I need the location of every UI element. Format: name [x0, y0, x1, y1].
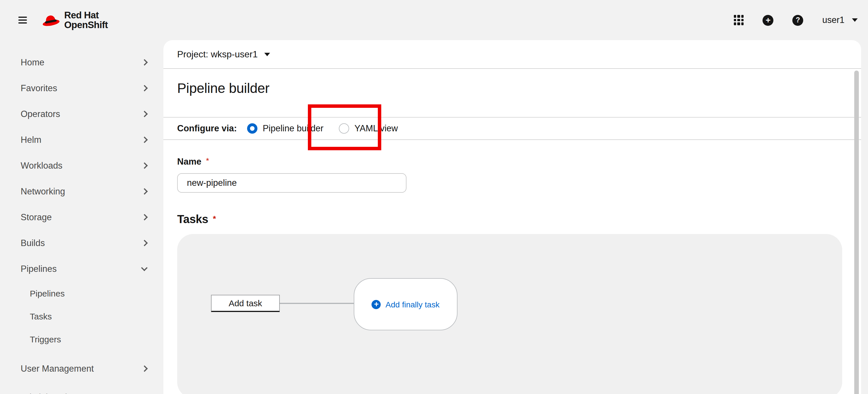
sidebar-item-user-management[interactable]: User Management [0, 356, 163, 382]
sidebar-subitem-label: Pipelines [30, 288, 65, 298]
caret-down-icon [264, 53, 270, 56]
pipeline-form: Name* Tasks* Add task + Add finally task [163, 140, 861, 394]
chevron-right-icon [141, 188, 147, 194]
sidebar-item-pipelines[interactable]: Pipelines [0, 256, 163, 281]
add-finally-task-node[interactable]: + Add finally task [354, 278, 458, 330]
chevron-right-icon [141, 240, 147, 246]
name-field-group: Name* [177, 156, 847, 193]
tasks-section-heading: Tasks* [177, 213, 847, 226]
help-icon[interactable]: ? [792, 14, 803, 26]
sidebar-item-operators[interactable]: Operators [0, 101, 163, 127]
logo-text-line1: Red Hat [64, 10, 108, 20]
sidebar-item-label: Administration [21, 392, 77, 394]
sidebar-item-label: Favorites [21, 83, 57, 93]
chevron-down-icon [141, 264, 147, 270]
sidebar-subitem-label: Triggers [30, 334, 61, 344]
sidebar-subitem-triggers[interactable]: Triggers [0, 328, 163, 351]
vertical-scrollbar[interactable] [854, 70, 859, 394]
openshift-console: Red Hat OpenShift + ? user1 Home Favorit… [0, 0, 868, 394]
name-label: Name [177, 157, 201, 166]
caret-down-icon [852, 18, 858, 22]
pipeline-name-input[interactable] [177, 173, 406, 193]
chevron-right-icon [141, 214, 147, 220]
configure-via-label: Configure via: [177, 123, 237, 133]
chevron-right-icon [141, 111, 147, 117]
radio-unselected-icon[interactable] [339, 123, 349, 133]
main-content-panel: Project: wksp-user1 Pipeline builder Con… [163, 40, 861, 394]
sidebar-item-networking[interactable]: Networking [0, 178, 163, 204]
add-task-node[interactable]: Add task [211, 295, 280, 312]
chevron-right-icon [141, 59, 147, 65]
redhat-openshift-logo: Red Hat OpenShift [41, 10, 108, 30]
nav-toggle-hamburger-icon[interactable] [18, 16, 27, 24]
masthead: Red Hat OpenShift + ? user1 [0, 0, 868, 40]
redhat-fedora-icon [41, 13, 61, 27]
sidebar-item-label: Networking [21, 186, 65, 196]
username: user1 [822, 15, 844, 25]
chevron-right-icon [141, 85, 147, 91]
sidebar-subitem-tasks[interactable]: Tasks [0, 305, 163, 328]
project-dropdown-label: Project: wksp-user1 [177, 49, 258, 59]
tasks-label: Tasks [177, 213, 208, 225]
sidebar-item-helm[interactable]: Helm [0, 127, 163, 153]
sidebar-item-label: Workloads [21, 160, 62, 171]
required-asterisk: * [213, 214, 216, 223]
sidebar-item-label: User Management [21, 363, 94, 374]
chevron-right-icon [141, 137, 147, 143]
logo-text-line2: OpenShift [64, 20, 108, 30]
sidebar-item-home[interactable]: Home [0, 49, 163, 75]
page-header: Pipeline builder [163, 69, 861, 117]
sidebar-item-label: Storage [21, 212, 52, 222]
page-title: Pipeline builder [177, 80, 847, 96]
plus-circle-icon: + [372, 300, 381, 309]
chevron-right-icon [141, 365, 147, 371]
user-menu[interactable]: user1 [822, 15, 858, 25]
sidebar-nav: Home Favorites Operators Helm Workloads … [0, 40, 163, 394]
chevron-right-icon [141, 162, 147, 168]
radio-label: YAML view [354, 123, 398, 133]
radio-selected-icon[interactable] [247, 123, 257, 133]
sidebar-item-label: Home [21, 57, 44, 67]
radio-pipeline-builder[interactable]: Pipeline builder [247, 123, 323, 133]
radio-label: Pipeline builder [262, 123, 323, 133]
sidebar-item-label: Operators [21, 109, 60, 119]
radio-yaml-view[interactable]: YAML view [339, 123, 398, 133]
required-asterisk: * [206, 156, 209, 165]
configure-via-row: Configure via: Pipeline builder YAML vie… [163, 117, 861, 140]
app-launcher-icon[interactable] [734, 15, 744, 25]
sidebar-item-administration[interactable]: Administration [0, 384, 163, 394]
sidebar-subitem-pipelines[interactable]: Pipelines [0, 281, 163, 305]
configure-via-radio-group: Pipeline builder YAML view [247, 123, 398, 133]
add-finally-task-label: Add finally task [385, 300, 439, 309]
sidebar-item-workloads[interactable]: Workloads [0, 153, 163, 178]
sidebar-item-favorites[interactable]: Favorites [0, 75, 163, 101]
project-dropdown[interactable]: Project: wksp-user1 [163, 40, 861, 69]
quick-create-plus-icon[interactable]: + [763, 14, 773, 26]
sidebar-item-label: Helm [21, 134, 41, 145]
pipelines-subnav: Pipelines Tasks Triggers [0, 281, 163, 351]
sidebar-subitem-label: Tasks [30, 311, 52, 321]
sidebar-item-builds[interactable]: Builds [0, 230, 163, 256]
sidebar-item-label: Pipelines [21, 264, 57, 274]
sidebar-item-label: Builds [21, 238, 45, 248]
task-connector-line [280, 303, 354, 304]
pipeline-builder-canvas[interactable]: Add task + Add finally task [177, 234, 842, 394]
sidebar-item-storage[interactable]: Storage [0, 204, 163, 230]
